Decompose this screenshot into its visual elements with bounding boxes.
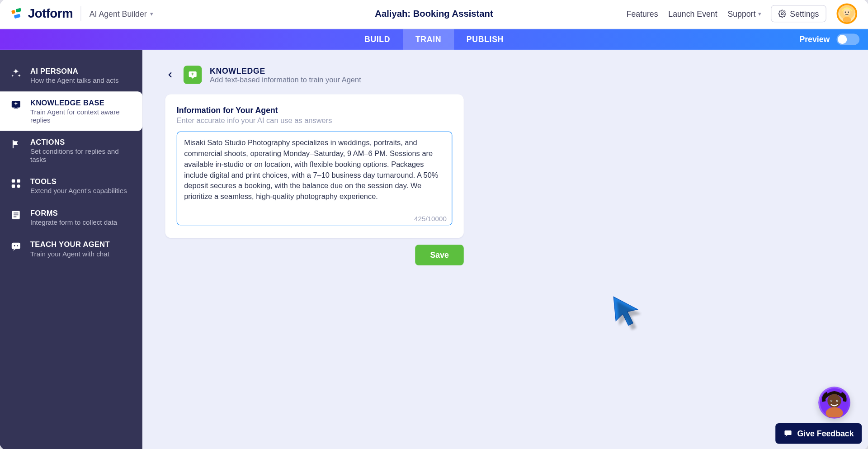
svg-rect-32 bbox=[785, 430, 792, 435]
divider bbox=[81, 6, 81, 21]
svg-rect-5 bbox=[843, 17, 851, 22]
nav-features[interactable]: Features bbox=[627, 9, 658, 18]
save-button[interactable]: Save bbox=[415, 245, 464, 265]
tabs-bar: BUILD TRAIN PUBLISH Preview bbox=[0, 29, 868, 50]
agent-face-icon bbox=[820, 388, 849, 417]
knowledge-icon bbox=[9, 98, 22, 111]
nav-support[interactable]: Support ▾ bbox=[727, 9, 760, 18]
svg-rect-11 bbox=[12, 179, 15, 182]
jotform-logo-icon bbox=[11, 7, 24, 20]
card-subtitle: Enter accurate info your AI can use as a… bbox=[177, 116, 453, 124]
svg-rect-13 bbox=[12, 184, 15, 188]
svg-rect-0 bbox=[11, 9, 15, 14]
back-button[interactable] bbox=[165, 70, 175, 80]
tab-build[interactable]: BUILD bbox=[352, 29, 403, 50]
svg-rect-24 bbox=[192, 72, 193, 75]
section-subtitle: Add text-based information to train your… bbox=[210, 75, 361, 84]
knowledge-textarea[interactable] bbox=[177, 131, 453, 225]
svg-point-14 bbox=[17, 184, 20, 188]
preview-label: Preview bbox=[799, 35, 830, 44]
settings-button[interactable]: Settings bbox=[771, 5, 826, 22]
toggle-knob bbox=[838, 35, 847, 44]
sidebar-item-knowledge-base[interactable]: KNOWLEDGE BASE Train Agent for context a… bbox=[0, 91, 142, 131]
top-bar: Jotform AI Agent Builder ▾ Aaliyah: Book… bbox=[0, 0, 868, 29]
cursor-pointer-icon bbox=[611, 294, 642, 330]
form-icon bbox=[9, 208, 22, 221]
product-label: AI Agent Builder bbox=[90, 9, 147, 18]
topbar-right: Features Launch Event Support ▾ Settings bbox=[627, 3, 857, 24]
sidebar: AI PERSONA How the Agent talks and acts … bbox=[0, 49, 142, 449]
apps-icon bbox=[9, 177, 22, 190]
sidebar-item-teach-agent[interactable]: TEACH YOUR AGENT Train your Agent with c… bbox=[0, 233, 142, 265]
product-switcher[interactable]: AI Agent Builder ▾ bbox=[90, 9, 153, 18]
page-title: Aaliyah: Booking Assistant bbox=[375, 8, 493, 19]
app-window: Jotform AI Agent Builder ▾ Aaliyah: Book… bbox=[0, 0, 868, 449]
sidebar-item-tools[interactable]: TOOLS Extend your Agent's capabilities bbox=[0, 170, 142, 202]
gear-icon bbox=[778, 9, 787, 18]
tab-train[interactable]: TRAIN bbox=[403, 29, 454, 50]
sidebar-item-ai-persona[interactable]: AI PERSONA How the Agent talks and acts bbox=[0, 60, 142, 91]
user-avatar[interactable] bbox=[837, 3, 858, 24]
svg-rect-1 bbox=[15, 8, 21, 12]
agent-avatar[interactable] bbox=[818, 386, 850, 418]
svg-rect-10 bbox=[15, 102, 16, 105]
sidebar-item-forms[interactable]: FORMS Integrate form to collect data bbox=[0, 202, 142, 233]
knowledge-header-icon bbox=[184, 66, 202, 84]
preview-toggle[interactable] bbox=[837, 33, 860, 45]
sparkle-icon bbox=[9, 66, 22, 79]
knowledge-card: Information for Your Agent Enter accurat… bbox=[165, 94, 463, 238]
flag-icon bbox=[9, 137, 22, 150]
logo[interactable]: Jotform bbox=[11, 6, 73, 21]
logo-text: Jotform bbox=[28, 6, 73, 21]
sidebar-item-actions[interactable]: ACTIONS Set conditions for replies and t… bbox=[0, 131, 142, 170]
svg-rect-19 bbox=[12, 242, 20, 249]
svg-rect-12 bbox=[17, 179, 20, 182]
chevron-down-icon: ▾ bbox=[150, 10, 153, 17]
nav-launch-event[interactable]: Launch Event bbox=[668, 9, 717, 18]
main-content: KNOWLEDGE Add text-based information to … bbox=[142, 49, 868, 449]
svg-point-3 bbox=[782, 13, 783, 14]
chevron-down-icon: ▾ bbox=[758, 10, 761, 17]
section-title: KNOWLEDGE bbox=[210, 66, 361, 75]
avatar-face-icon bbox=[838, 4, 855, 23]
chevron-left-icon bbox=[166, 71, 175, 79]
card-title: Information for Your Agent bbox=[177, 105, 453, 114]
chat-teach-icon bbox=[9, 240, 22, 253]
svg-rect-2 bbox=[14, 14, 21, 19]
tab-publish[interactable]: PUBLISH bbox=[454, 29, 516, 50]
give-feedback-button[interactable]: Give Feedback bbox=[775, 423, 862, 444]
chat-icon bbox=[783, 429, 793, 438]
